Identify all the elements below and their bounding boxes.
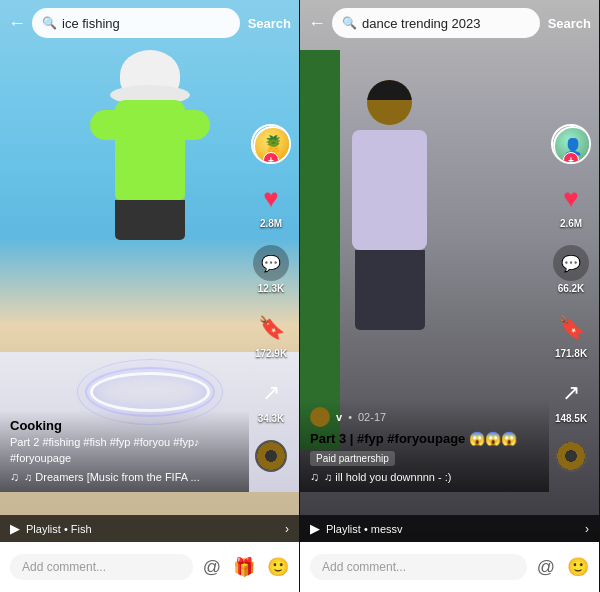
user-handle-right: v: [336, 411, 342, 423]
comment-count-right: 66.2K: [558, 283, 585, 294]
music-row-right: ♫ ♫ ill hold you downnnn - :): [310, 470, 539, 484]
music-disc-left[interactable]: [255, 440, 287, 472]
search-button-right[interactable]: Search: [548, 16, 591, 31]
search-input-text-right: dance trending 2023: [362, 16, 530, 31]
playlist-chevron-right: ›: [585, 522, 589, 536]
comment-icons-left: @ 🎁 🙂: [203, 556, 289, 578]
playlist-bar-left[interactable]: ▶ Playlist • Fish ›: [0, 515, 299, 542]
back-button-left[interactable]: ←: [8, 13, 26, 34]
search-icon-left: 🔍: [42, 16, 57, 30]
search-bar-left: ← 🔍 ice fishing Search: [0, 0, 299, 46]
dance-pants: [355, 250, 425, 330]
music-disc-icon-left: [255, 440, 287, 472]
at-icon-right[interactable]: @: [537, 557, 555, 578]
bookmark-icon-left[interactable]: 🔖: [253, 310, 289, 346]
dot-separator-right: •: [348, 411, 352, 423]
like-action-right[interactable]: 2.6M: [553, 180, 589, 229]
share-count-left: 34.3K: [258, 413, 285, 424]
music-text-right: ♫ ill hold you downnnn - :): [324, 471, 451, 483]
post-date-right: 02-17: [358, 411, 386, 423]
playlist-left-section: ▶ Playlist • Fish: [10, 521, 92, 536]
comment-count-left: 12.3K: [258, 283, 285, 294]
search-button-left[interactable]: Search: [248, 16, 291, 31]
heart-icon-right[interactable]: [553, 180, 589, 216]
playlist-icon-right: ▶: [310, 521, 320, 536]
dance-body: [352, 130, 427, 250]
music-row-left: ♫ ♫ Dreamers [Music from the FIFA ...: [10, 470, 239, 484]
comment-action-right[interactable]: 💬 66.2K: [553, 245, 589, 294]
dance-hair: [367, 80, 412, 100]
music-disc-right[interactable]: [555, 440, 587, 472]
person-legs: [115, 200, 185, 240]
creator-avatar-left[interactable]: 🍍 +: [251, 124, 291, 164]
follow-plus-right[interactable]: +: [563, 152, 579, 164]
playlist-bar-right[interactable]: ▶ Playlist • messv ›: [300, 515, 599, 542]
search-icon-right: 🔍: [342, 16, 357, 30]
music-disc-icon-right: [555, 440, 587, 472]
emoji-icon-right[interactable]: 🙂: [567, 556, 589, 578]
bookmark-action-right[interactable]: 🔖 171.8K: [553, 310, 589, 359]
back-button-right[interactable]: ←: [308, 13, 326, 34]
content-overlay-right: v • 02-17 Part 3 | #fyp #foryoupage 😱😱😱 …: [300, 399, 549, 492]
caption-title-left: Cooking: [10, 418, 239, 433]
playlist-text-right: Playlist • messv: [326, 523, 403, 535]
bookmark-count-right: 171.8K: [555, 348, 587, 359]
like-action-left[interactable]: 2.8M: [253, 180, 289, 229]
comment-icon-right[interactable]: 💬: [553, 245, 589, 281]
left-panel: ← 🔍 ice fishing Search 🍍 + 2.8M 💬 12.3K …: [0, 0, 300, 592]
right-panel: ← 🔍 dance trending 2023 Search 👤 + 2.6M …: [300, 0, 600, 592]
dance-person-figure: [310, 80, 470, 400]
music-note-right: ♫: [310, 470, 319, 484]
like-count-left: 2.8M: [260, 218, 282, 229]
comment-bar-left: Add comment... @ 🎁 🙂: [0, 542, 299, 592]
person-hat: [120, 50, 180, 100]
bookmark-icon-right[interactable]: 🔖: [553, 310, 589, 346]
heart-icon-left[interactable]: [253, 180, 289, 216]
person-body: [115, 100, 185, 200]
dance-head: [367, 80, 412, 125]
like-count-right: 2.6M: [560, 218, 582, 229]
playlist-chevron-left: ›: [285, 522, 289, 536]
spin-circle-effect: [90, 372, 210, 412]
at-icon-left[interactable]: @: [203, 557, 221, 578]
share-action-left[interactable]: ↗ 34.3K: [253, 375, 289, 424]
user-row-right: v • 02-17: [310, 407, 539, 427]
creator-avatar-right[interactable]: 👤 +: [551, 124, 591, 164]
comment-icon-left[interactable]: 💬: [253, 245, 289, 281]
search-input-text-left: ice fishing: [62, 16, 230, 31]
music-text-left: ♫ Dreamers [Music from the FIFA ...: [24, 471, 200, 483]
music-note-left: ♫: [10, 470, 19, 484]
playlist-text-left: Playlist • Fish: [26, 523, 92, 535]
share-count-right: 148.5K: [555, 413, 587, 424]
comment-input-right[interactable]: Add comment...: [310, 554, 527, 580]
paid-partnership-badge: Paid partnership: [310, 451, 395, 466]
user-avatar-small-right: [310, 407, 330, 427]
content-overlay-left: Cooking Part 2 #fishing #fish #fyp #fory…: [0, 410, 249, 492]
share-action-right[interactable]: ↗ 148.5K: [553, 375, 589, 424]
search-input-wrapper-left[interactable]: 🔍 ice fishing: [32, 8, 240, 38]
playlist-icon-left: ▶: [10, 521, 20, 536]
comment-icons-right: @ 🙂: [537, 556, 589, 578]
avatar-action-left[interactable]: 🍍 +: [251, 124, 291, 164]
bookmark-count-left: 172.9K: [255, 348, 287, 359]
search-input-wrapper-right[interactable]: 🔍 dance trending 2023: [332, 8, 540, 38]
gift-icon-left[interactable]: 🎁: [233, 556, 255, 578]
side-actions-right: 👤 + 2.6M 💬 66.2K 🔖 171.8K ↗ 148.5K: [551, 124, 591, 472]
person-figure-left: [90, 50, 210, 250]
comment-action-left[interactable]: 💬 12.3K: [253, 245, 289, 294]
search-bar-right: ← 🔍 dance trending 2023 Search: [300, 0, 599, 46]
share-icon-left[interactable]: ↗: [253, 375, 289, 411]
emoji-icon-left[interactable]: 🙂: [267, 556, 289, 578]
caption-text-left: Part 2 #fishing #fish #fyp #foryou #fyp♪…: [10, 435, 239, 466]
side-actions-left: 🍍 + 2.8M 💬 12.3K 🔖 172.9K ↗ 34.3K: [251, 124, 291, 472]
playlist-right-section: ▶ Playlist • messv: [310, 521, 403, 536]
comment-input-left[interactable]: Add comment...: [10, 554, 193, 580]
share-icon-right[interactable]: ↗: [553, 375, 589, 411]
comment-bar-right: Add comment... @ 🙂: [300, 542, 599, 592]
bookmark-action-left[interactable]: 🔖 172.9K: [253, 310, 289, 359]
avatar-action-right[interactable]: 👤 +: [551, 124, 591, 164]
person-arms: [90, 110, 210, 140]
follow-plus-left[interactable]: +: [263, 152, 279, 164]
caption-title-right: Part 3 | #fyp #foryoupage 😱😱😱: [310, 431, 539, 446]
